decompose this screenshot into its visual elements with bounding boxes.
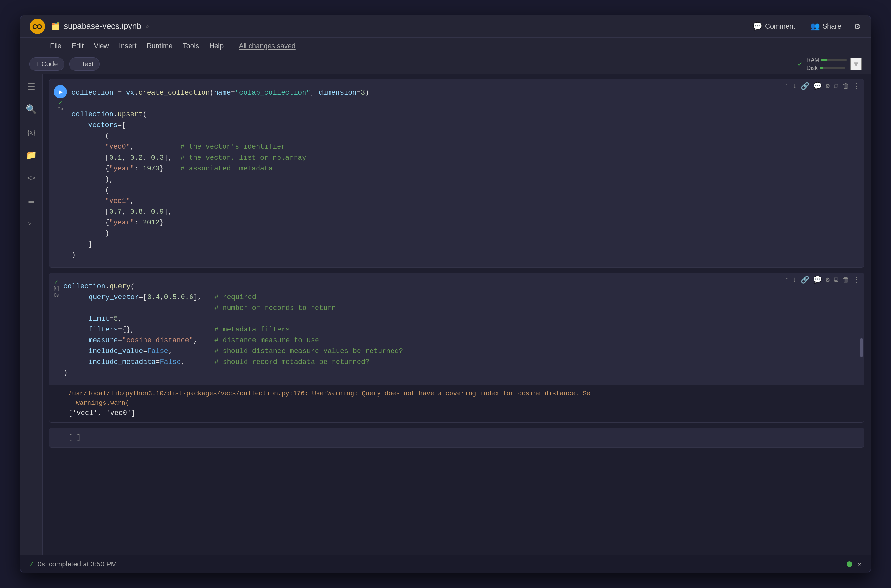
file-name-group: 🗂️ supabase-vecs.ipynb ☆ <box>51 21 150 31</box>
cell-1-code[interactable]: collection = vx.create_collection(name="… <box>72 84 860 267</box>
cell-1-check: ✓ <box>58 99 63 106</box>
statusbar: ✓ 0s completed at 3:50 PM ✕ <box>20 555 871 573</box>
sidebar-icon-search[interactable]: 🔍 <box>24 102 39 117</box>
cell-2-code[interactable]: collection.query( query_vector=[0.4,0.5,… <box>63 278 860 385</box>
file-title: supabase-vecs.ipynb <box>64 21 141 31</box>
ram-bar-container <box>821 59 846 61</box>
status-time: 0s <box>38 560 45 568</box>
cell-move-down-button[interactable]: ↓ <box>793 82 797 90</box>
colab-logo: CO <box>29 18 46 34</box>
cell-delete-button[interactable]: 🗑 <box>842 82 849 90</box>
cell-comment-button[interactable]: 💬 <box>813 82 822 90</box>
add-text-button[interactable]: + Text <box>69 57 100 71</box>
cell2-move-down-button[interactable]: ↓ <box>793 276 797 284</box>
status-right: ✕ <box>846 560 862 568</box>
menubar: File Edit View Insert Runtime Tools Help… <box>20 38 871 54</box>
toolbar-left: + Code + Text <box>29 57 100 71</box>
menu-tools[interactable]: Tools <box>178 40 204 52</box>
menu-file[interactable]: File <box>46 40 66 52</box>
ram-bar-fill <box>821 59 828 61</box>
cell-2-toolbar: ↑ ↓ 🔗 💬 ⚙ ⧉ 🗑 ⋮ <box>784 276 860 284</box>
share-icon: 👥 <box>810 22 820 31</box>
cell-1-time: 0s <box>58 106 63 111</box>
sidebar-icon-menu[interactable]: ☰ <box>24 79 39 94</box>
cell-link-button[interactable]: 🔗 <box>801 82 809 90</box>
cell-2: ↑ ↓ 🔗 💬 ⚙ ⧉ 🗑 ⋮ ✓ [6] 0s col <box>49 273 864 423</box>
ram-bar-row: RAM <box>807 57 846 63</box>
cell-1-status: ▶ ✓ 0s <box>54 84 67 111</box>
status-connected-dot <box>846 561 852 567</box>
cell-2-time: 0s <box>54 292 59 297</box>
cell2-settings-button[interactable]: ⚙ <box>826 276 830 284</box>
add-code-label: + Code <box>35 60 58 68</box>
share-button[interactable]: 👥 Share <box>807 20 845 33</box>
cell2-copy-button[interactable]: ⧉ <box>834 276 838 284</box>
save-status: All changes saved <box>234 40 300 52</box>
cell-2-execnum: [6] <box>54 285 59 291</box>
menu-insert[interactable]: Insert <box>115 40 141 52</box>
status-completed: completed at 3:50 PM <box>49 560 117 568</box>
play-icon: ▶ <box>59 88 63 96</box>
cell-2-status: ✓ [6] 0s <box>54 278 59 297</box>
comment-icon: 💬 <box>753 22 762 31</box>
cell2-comment-button[interactable]: 💬 <box>813 276 822 284</box>
cell-more-button[interactable]: ⋮ <box>853 82 860 90</box>
sidebar-icon-code[interactable]: <> <box>24 171 39 186</box>
cell-2-scrollbar[interactable] <box>860 338 863 357</box>
logo-text: CO <box>32 23 42 30</box>
cell-settings-button[interactable]: ⚙ <box>826 82 830 90</box>
cell2-delete-button[interactable]: 🗑 <box>842 276 849 284</box>
titlebar: CO 🗂️ supabase-vecs.ipynb ☆ 💬 Comment 👥 … <box>20 15 871 38</box>
comment-label: Comment <box>765 22 795 30</box>
disk-label: Disk <box>807 65 818 71</box>
cell-3: [ ] <box>49 428 864 448</box>
expand-resource-button[interactable]: ▼ <box>850 58 862 70</box>
sidebar-icon-variables[interactable]: {x} <box>24 125 39 140</box>
add-text-label: + Text <box>75 60 94 68</box>
comment-button[interactable]: 💬 Comment <box>749 20 799 33</box>
menu-help[interactable]: Help <box>205 40 228 52</box>
sidebar-icon-console[interactable]: >_ <box>24 216 39 231</box>
file-icon: 🗂️ <box>51 22 60 30</box>
titlebar-actions: 💬 Comment 👥 Share ⚙ <box>749 19 862 34</box>
menu-runtime[interactable]: Runtime <box>142 40 177 52</box>
status-left: ✓ 0s completed at 3:50 PM <box>29 560 846 568</box>
share-label: Share <box>822 22 841 30</box>
ram-disk-bars: RAM Disk <box>807 57 846 71</box>
disk-bar-fill <box>819 67 824 69</box>
cell-1: ↑ ↓ 🔗 💬 ⚙ ⧉ 🗑 ⋮ ▶ ✓ 0s <box>49 79 864 268</box>
toolbar: + Code + Text ✓ RAM Disk <box>20 54 871 74</box>
cell2-more-button[interactable]: ⋮ <box>853 276 860 284</box>
resource-check-icon: ✓ <box>797 60 803 68</box>
cell2-move-up-button[interactable]: ↑ <box>784 276 789 284</box>
sidebar: ☰ 🔍 {x} 📁 <> ▬ >_ <box>20 74 42 555</box>
cell-1-run-button[interactable]: ▶ <box>54 85 67 98</box>
cell-2-header: ✓ [6] 0s collection.query( query_vector=… <box>49 273 864 385</box>
menu-view[interactable]: View <box>89 40 113 52</box>
cell-copy-button[interactable]: ⧉ <box>834 82 838 90</box>
settings-button[interactable]: ⚙ <box>853 19 862 34</box>
main-area: ☰ 🔍 {x} 📁 <> ▬ >_ ↑ ↓ 🔗 💬 ⚙ ⧉ 🗑 ⋮ <box>20 74 871 555</box>
cell-2-output: /usr/local/lib/python3.10/dist-packages/… <box>49 385 864 422</box>
add-code-button[interactable]: + Code <box>29 57 64 71</box>
cell-2-code-area[interactable]: collection.query( query_vector=[0.4,0.5,… <box>63 278 860 385</box>
cell-3-empty[interactable]: [ ] <box>49 428 864 447</box>
status-close-button[interactable]: ✕ <box>857 560 862 568</box>
cell-1-toolbar: ↑ ↓ 🔗 💬 ⚙ ⧉ 🗑 ⋮ <box>784 82 860 90</box>
menu-edit[interactable]: Edit <box>67 40 88 52</box>
notebook-content: ↑ ↓ 🔗 💬 ⚙ ⧉ 🗑 ⋮ ▶ ✓ 0s <box>42 74 871 555</box>
cell-1-code-area[interactable]: collection = vx.create_collection(name="… <box>72 84 860 267</box>
cell-1-header: ▶ ✓ 0s collection = vx.create_collection… <box>49 80 864 267</box>
star-icon[interactable]: ☆ <box>145 22 149 30</box>
disk-bar-container <box>819 67 845 69</box>
sidebar-icon-files[interactable]: 📁 <box>24 148 39 163</box>
main-window: CO 🗂️ supabase-vecs.ipynb ☆ 💬 Comment 👥 … <box>20 15 871 573</box>
ram-label: RAM <box>807 57 819 63</box>
cell-3-bracket: [ ] <box>68 434 81 442</box>
status-check-icon: ✓ <box>29 560 34 568</box>
sidebar-icon-terminal[interactable]: ▬ <box>24 194 39 208</box>
cell-move-up-button[interactable]: ↑ <box>784 82 789 90</box>
resource-indicator: ✓ RAM Disk ▼ <box>797 57 862 71</box>
cell2-link-button[interactable]: 🔗 <box>801 276 809 284</box>
cell-2-check: ✓ <box>54 279 58 285</box>
